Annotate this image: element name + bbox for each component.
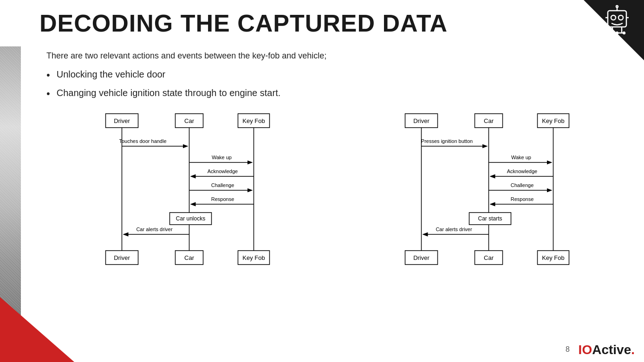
svg-text:Challenge: Challenge — [511, 182, 534, 188]
content-area: There are two relevant actions and event… — [46, 51, 627, 290]
svg-text:Driver: Driver — [114, 117, 130, 124]
svg-point-1 — [611, 15, 616, 20]
svg-text:Key Fob: Key Fob — [242, 254, 265, 261]
svg-text:Response: Response — [211, 196, 234, 202]
svg-text:Driver: Driver — [114, 254, 130, 261]
ioactive-logo: IOActive. — [579, 343, 635, 357]
svg-text:Driver: Driver — [413, 117, 429, 124]
svg-text:Car unlocks: Car unlocks — [176, 215, 205, 222]
svg-text:Car: Car — [484, 254, 494, 261]
left-side-decoration — [0, 46, 33, 316]
svg-text:Key Fob: Key Fob — [542, 117, 564, 124]
svg-text:Car alerts driver: Car alerts driver — [136, 226, 173, 232]
page-number: 8 — [566, 345, 570, 354]
logo-active: Active — [592, 343, 631, 357]
svg-text:Touches door handle: Touches door handle — [119, 138, 166, 144]
bullet-item-2: Changing vehicle ignition state through … — [46, 88, 627, 100]
svg-text:Acknowledge: Acknowledge — [208, 168, 238, 174]
svg-text:Acknowledge: Acknowledge — [507, 168, 537, 174]
diagram-engine-start: Driver Car Key Fob Presses ignition butt… — [346, 111, 627, 290]
svg-text:Driver: Driver — [413, 254, 429, 261]
bullet-list: Unlocking the vehicle door Changing vehi… — [46, 69, 627, 100]
svg-text:Response: Response — [511, 196, 534, 202]
svg-point-11 — [616, 32, 618, 34]
logo-dot: . — [631, 343, 635, 357]
svg-text:Presses ignition button: Presses ignition button — [421, 138, 473, 144]
circuit-logo-icon — [594, 4, 640, 50]
svg-point-12 — [623, 32, 625, 34]
svg-point-10 — [609, 32, 611, 34]
logo-io: IO — [579, 343, 592, 357]
svg-text:Car: Car — [484, 117, 494, 124]
diagram-engine-svg: Driver Car Key Fob Presses ignition butt… — [346, 111, 627, 288]
svg-text:Car: Car — [184, 254, 195, 261]
svg-point-4 — [616, 6, 618, 7]
svg-text:Key Fob: Key Fob — [542, 254, 564, 261]
svg-point-2 — [618, 15, 623, 20]
diagram-unlock-svg: Driver Car Key Fob Touches door handle W… — [46, 111, 327, 288]
svg-text:Key Fob: Key Fob — [242, 117, 265, 124]
svg-text:Wake up: Wake up — [212, 155, 232, 160]
page-title: DECODING THE CAPTURED DATA — [39, 9, 448, 37]
diagrams-container: Driver Car Key Fob Touches door handle W… — [46, 111, 627, 290]
diagram-unlock: Driver Car Key Fob Touches door handle W… — [46, 111, 327, 290]
svg-text:Challenge: Challenge — [211, 182, 234, 188]
svg-text:Car: Car — [184, 117, 195, 124]
bullet-item-1: Unlocking the vehicle door — [46, 69, 627, 81]
svg-text:Car alerts driver: Car alerts driver — [436, 226, 472, 232]
bottom-left-decoration — [0, 297, 74, 362]
svg-text:Wake up: Wake up — [511, 155, 531, 160]
intro-text: There are two relevant actions and event… — [46, 51, 627, 61]
svg-text:Car starts: Car starts — [478, 215, 502, 222]
